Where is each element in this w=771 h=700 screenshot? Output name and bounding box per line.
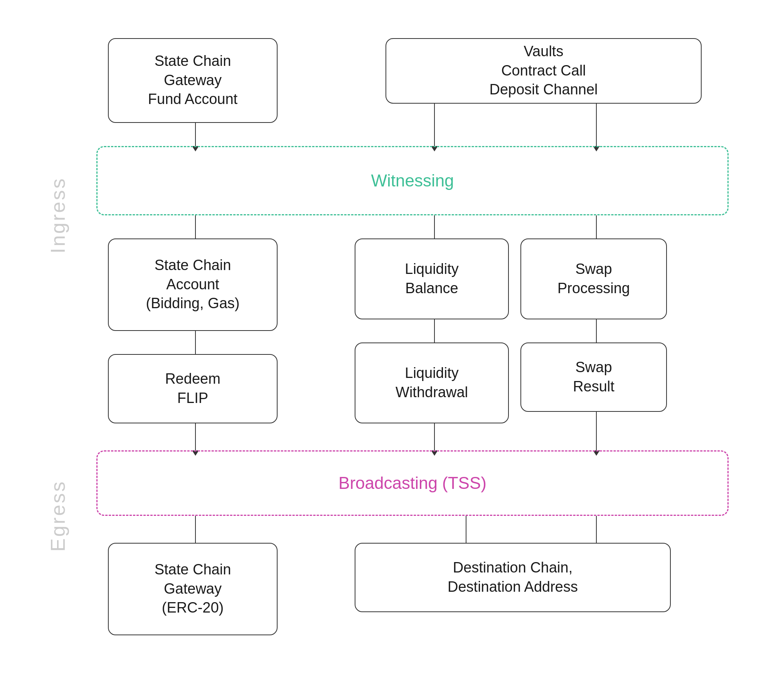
vaults-contract-box: Vaults Contract Call Deposit Channel xyxy=(386,38,702,104)
arrow-sr-to-broadcast xyxy=(593,412,600,456)
swap-result-box: Swap Result xyxy=(520,342,667,412)
state-chain-gateway-box: State Chain Gateway Fund Account xyxy=(108,38,278,123)
state-chain-gateway-erc20-box: State Chain Gateway (ERC-20) xyxy=(108,543,278,635)
egress-label: Egress xyxy=(46,439,69,593)
broadcasting-box: Broadcasting (TSS) xyxy=(96,450,729,516)
liquidity-balance-box: Liquidity Balance xyxy=(355,238,509,319)
diagram-container: Ingress Egress State Chain Gateway Fund … xyxy=(39,23,732,678)
witnessing-label: Witnessing xyxy=(371,171,454,190)
ingress-label: Ingress xyxy=(46,123,69,308)
state-chain-account-box: State Chain Account (Bidding, Gas) xyxy=(108,238,278,331)
redeem-flip-box: Redeem FLIP xyxy=(108,354,278,423)
destination-chain-box: Destination Chain, Destination Address xyxy=(355,543,671,612)
main-content: State Chain Gateway Fund Account Vaults … xyxy=(77,23,732,678)
witnessing-box: Witnessing xyxy=(96,146,729,215)
arrow-vault-col3-down xyxy=(593,104,600,151)
arrow-vault-col2-down xyxy=(431,104,438,151)
swap-processing-box: Swap Processing xyxy=(520,238,667,319)
liquidity-withdrawal-box: Liquidity Withdrawal xyxy=(355,342,509,423)
broadcasting-label: Broadcasting (TSS) xyxy=(338,473,487,493)
